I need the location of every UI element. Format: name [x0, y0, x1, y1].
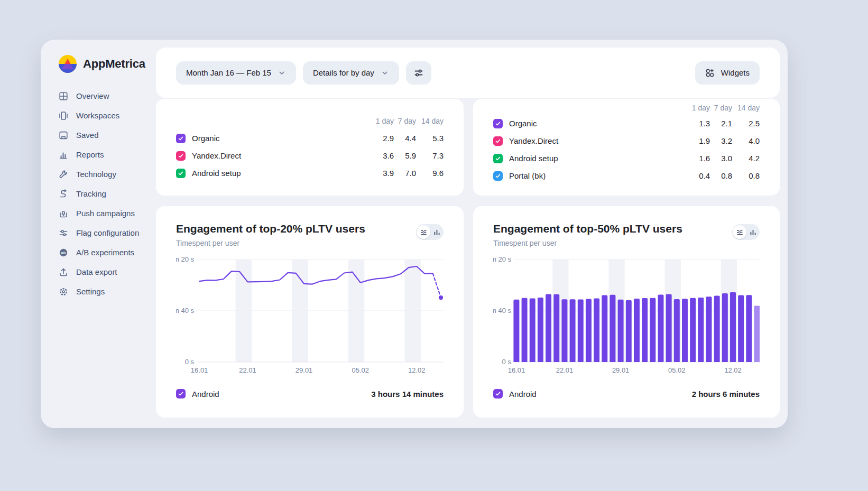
row-checkbox[interactable]: [493, 171, 503, 181]
legend-value: 3 hours 14 minutes: [371, 390, 444, 399]
row-label: Yandex.Direct: [509, 136, 558, 145]
chart-legend: Android 2 hours 6 minutes: [493, 389, 760, 399]
metric-value: 7.3: [416, 151, 444, 160]
sidebar-item-label: Push campaigns: [76, 209, 135, 218]
brand[interactable]: AppMetrica: [58, 54, 156, 73]
row-checkbox[interactable]: [493, 136, 503, 146]
bar-chart-type-icon[interactable]: [430, 229, 443, 236]
svg-text:16.01: 16.01: [191, 366, 208, 374]
chart-type-switcher[interactable]: [732, 224, 760, 240]
metric-value: 5.3: [416, 134, 444, 143]
chart-subtitle: Timespent per user: [493, 239, 682, 247]
column-header: 1 day: [688, 104, 710, 112]
chart-card-top20: Engagement of top-20% pLTV users Timespe…: [156, 206, 464, 418]
sidebar-item-data-export[interactable]: Data export: [58, 262, 156, 282]
details-select[interactable]: Details for by day: [303, 61, 399, 85]
app-window: AppMetrica OverviewWorkspacesSavedReport…: [41, 40, 788, 428]
tracking-icon: [58, 189, 69, 199]
sidebar-item-settings[interactable]: Settings: [58, 282, 156, 301]
chart-subtitle: Timespent per user: [176, 239, 365, 247]
table-header: 1 day7 day14 day: [176, 113, 444, 129]
row-checkbox[interactable]: [176, 151, 186, 161]
chart-title: Engagement of top-20% pLTV users: [176, 222, 365, 236]
compare-icon[interactable]: [417, 225, 430, 239]
widgets-button[interactable]: Widgets: [695, 61, 760, 85]
row-checkbox[interactable]: [176, 134, 186, 143]
table-header: 1 day7 day14 day: [493, 101, 760, 115]
svg-text:29.01: 29.01: [296, 366, 313, 374]
sidebar-item-label: Technology: [76, 170, 116, 179]
column-header: 14 day: [732, 104, 760, 112]
row-label: Organic: [509, 119, 537, 128]
svg-text:16.01: 16.01: [508, 366, 525, 374]
row-label: Portal (bk): [509, 171, 546, 180]
row-checkbox[interactable]: [493, 154, 503, 163]
legend-label: Android: [509, 390, 537, 399]
metric-value: 0.8: [710, 171, 732, 180]
table-row: Organic1.32.12.5: [493, 115, 760, 132]
row-checkbox[interactable]: [176, 169, 186, 178]
sidebar-item-label: Settings: [76, 287, 105, 296]
sidebar-item-label: A/B experiments: [76, 248, 134, 257]
chart-title: Engagement of top-50% pLTV users: [493, 222, 682, 236]
svg-text:ab: ab: [61, 250, 66, 255]
row-label: Android setup: [192, 169, 241, 178]
metric-value: 1.3: [688, 119, 710, 128]
ab-experiments-icon: ab: [58, 247, 69, 258]
sidebar-item-push-campaigns[interactable]: Push campaigns: [58, 203, 156, 223]
metric-value: 4.4: [394, 134, 416, 143]
chart-type-switcher[interactable]: [416, 224, 444, 240]
compare-icon[interactable]: [733, 225, 746, 239]
metric-value: 2.9: [372, 134, 394, 143]
metric-value: 2.1: [710, 119, 732, 128]
metric-value: 3.9: [372, 169, 394, 178]
sidebar-item-label: Saved: [76, 131, 99, 140]
filter-sliders-icon: [413, 68, 424, 78]
svg-text:0 s: 0 s: [502, 358, 512, 366]
android-checkbox[interactable]: [493, 389, 503, 399]
overview-icon: [58, 91, 69, 101]
page-background: { "app": { "brand": "AppMetrica" }, "sid…: [0, 0, 868, 491]
chart-header: Engagement of top-50% pLTV users Timespe…: [493, 222, 760, 247]
workspaces-icon: [58, 110, 69, 121]
line-chart: 53 m 20 s26 m 40 s0 s16.0122.0129.0105.0…: [176, 253, 444, 375]
sidebar-item-ab-experiments[interactable]: abA/B experiments: [58, 243, 156, 262]
legend-series-android[interactable]: Android: [176, 389, 219, 399]
metric-value: 4.0: [732, 136, 760, 145]
flag-configuration-icon: [58, 228, 69, 238]
saved-icon: [58, 130, 69, 141]
metric-value: 9.6: [416, 169, 444, 178]
chart-card-top50: Engagement of top-50% pLTV users Timespe…: [473, 206, 780, 418]
metric-value: 5.9: [394, 151, 416, 160]
bar-plot: 53 m 20 s26 m 40 s0 s16.0122.0129.0105.0…: [493, 253, 760, 375]
chevron-down-icon: [381, 69, 389, 77]
filter-button[interactable]: [406, 61, 431, 85]
sidebar-item-flag-configuration[interactable]: Flag configuration: [58, 223, 156, 243]
sidebar-item-label: Tracking: [76, 189, 106, 198]
sidebar-item-saved[interactable]: Saved: [58, 125, 156, 145]
legend-series-android[interactable]: Android: [493, 389, 537, 399]
svg-text:22.01: 22.01: [556, 366, 573, 374]
metric-value: 3.0: [710, 154, 732, 163]
sidebar-item-overview[interactable]: Overview: [58, 86, 156, 106]
sidebar-nav: OverviewWorkspacesSavedReportsTechnology…: [58, 86, 156, 301]
column-header: 7 day: [710, 104, 732, 112]
date-range-label: Month Jan 16 — Feb 15: [186, 68, 271, 77]
details-label: Details for by day: [313, 68, 374, 77]
table-row: Yandex.Direct1.93.24.0: [493, 132, 760, 150]
sidebar-item-technology[interactable]: Technology: [58, 164, 156, 184]
sidebar-item-tracking[interactable]: Tracking: [58, 184, 156, 203]
chart-header: Engagement of top-20% pLTV users Timespe…: [176, 222, 444, 247]
table-row: Android setup1.63.04.2: [493, 150, 760, 167]
bar-chart-type-icon[interactable]: [746, 229, 759, 236]
sidebar-item-workspaces[interactable]: Workspaces: [58, 106, 156, 125]
widgets-label: Widgets: [721, 68, 750, 77]
svg-text:12.02: 12.02: [408, 366, 426, 374]
row-checkbox[interactable]: [493, 119, 503, 128]
date-range-select[interactable]: Month Jan 16 — Feb 15: [176, 61, 296, 85]
svg-text:12.02: 12.02: [724, 366, 741, 374]
svg-text:29.01: 29.01: [612, 366, 629, 374]
appmetrica-logo-icon: [58, 54, 77, 73]
sidebar-item-reports[interactable]: Reports: [58, 145, 156, 164]
android-checkbox[interactable]: [176, 389, 186, 399]
